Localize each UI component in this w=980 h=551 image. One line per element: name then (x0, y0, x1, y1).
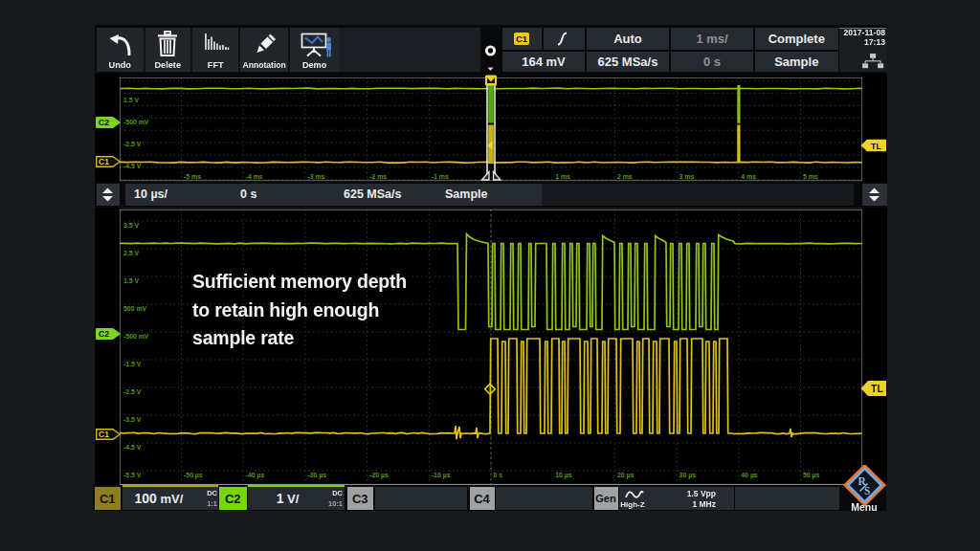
svg-text:1.5 V: 1.5 V (123, 277, 139, 284)
svg-text:1.5 V: 1.5 V (123, 97, 139, 103)
svg-text:C2: C2 (99, 118, 109, 127)
svg-text:10 µs: 10 µs (555, 472, 572, 479)
svg-text:C1: C1 (99, 430, 109, 439)
svg-text:-3.5 V: -3.5 V (123, 416, 142, 423)
svg-text:TL: TL (871, 142, 881, 151)
svg-text:-50 µs: -50 µs (184, 472, 203, 479)
svg-text:-5.5 V: -5.5 V (123, 472, 142, 478)
svg-text:5 ms: 5 ms (803, 173, 818, 180)
svg-text:C2: C2 (99, 329, 109, 339)
svg-text:-5 ms: -5 ms (184, 173, 201, 180)
svg-text:50 µs: 50 µs (803, 472, 820, 479)
svg-text:3.5 V: 3.5 V (123, 222, 139, 229)
svg-text:4 ms: 4 ms (741, 173, 756, 180)
svg-text:TL: TL (871, 383, 883, 394)
svg-text:2 ms: 2 ms (617, 173, 633, 180)
svg-text:-30 µs: -30 µs (307, 472, 326, 479)
svg-text:0 s: 0 s (494, 472, 503, 478)
svg-text:30 µs: 30 µs (679, 472, 697, 479)
svg-text:C1: C1 (99, 157, 109, 166)
svg-text:-2.5 V: -2.5 V (123, 141, 142, 147)
svg-text:-1 ms: -1 ms (432, 173, 449, 180)
svg-text:-500 mV: -500 mV (123, 119, 149, 125)
svg-text:-500 mV: -500 mV (123, 333, 149, 340)
svg-text:-40 µs: -40 µs (246, 472, 265, 479)
svg-text:40 µs: 40 µs (741, 472, 758, 479)
svg-text:2.5 V: 2.5 V (123, 250, 139, 256)
svg-text:-20 µs: -20 µs (369, 472, 389, 479)
svg-text:-10 µs: -10 µs (432, 472, 451, 479)
svg-text:-3 ms: -3 ms (307, 173, 324, 180)
svg-text:-1.5 V: -1.5 V (123, 361, 142, 367)
svg-text:20 µs: 20 µs (617, 472, 635, 479)
svg-text:-4 ms: -4 ms (246, 173, 263, 180)
svg-text:500 mV: 500 mV (123, 305, 147, 312)
svg-text:-4.5 V: -4.5 V (123, 444, 142, 451)
svg-text:-2 ms: -2 ms (369, 173, 387, 180)
svg-text:1 ms: 1 ms (555, 173, 570, 180)
svg-text:-4.5 V: -4.5 V (123, 163, 142, 169)
svg-text:-2.5 V: -2.5 V (123, 388, 142, 395)
svg-text:3 ms: 3 ms (679, 173, 695, 180)
